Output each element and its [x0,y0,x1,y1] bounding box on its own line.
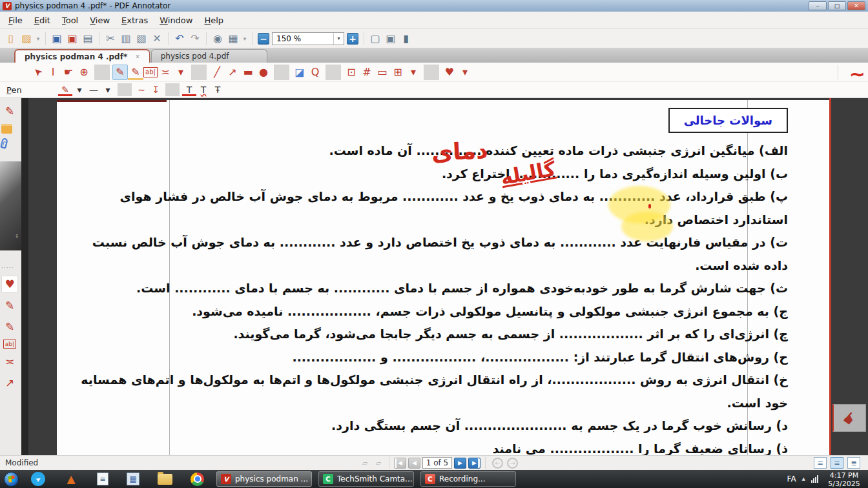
sidebar-favorites-icon[interactable]: ♥ [1,276,18,292]
fullscreen-icon[interactable]: ▮ [399,32,413,46]
eraser-tool-icon[interactable]: ◪ [292,65,307,80]
sidebar-highlighter-icon[interactable]: ✎ [1,318,18,335]
open-file-icon[interactable]: ▨ [19,32,34,46]
measure-tool-icon[interactable]: ▭ [375,65,390,80]
menu-edit[interactable]: Edit [28,13,56,28]
menu-extras[interactable]: Extras [116,13,154,28]
pen-tool-icon[interactable]: ✎ [112,65,128,80]
last-page-button[interactable]: ▶ [468,458,480,469]
text-strike-icon[interactable]: Ŧ [211,83,225,96]
taskbar-telegram-icon[interactable] [31,472,45,486]
task-camtasia[interactable]: C TechSmith Camta... [318,471,414,487]
menu-view[interactable]: View [84,13,116,28]
zoom-dropdown-icon[interactable]: ▾ [333,33,344,45]
taskbar-settings-icon[interactable] [127,473,140,485]
pen-color-dropdown-icon[interactable]: ▾ [72,83,87,96]
insert-image-icon[interactable]: ⊞ [390,65,406,80]
sidebar-arrow-icon[interactable]: ↗ [1,374,18,391]
layout-facing-icon[interactable]: ≣ [847,457,860,469]
favorites-heart-icon[interactable]: ♥ [442,65,457,80]
grid-snap-dropdown-icon[interactable]: ▾ [242,32,248,46]
line-tool-icon[interactable]: ╱ [209,65,225,80]
sidebar-pen-icon[interactable]: ✎ [1,103,18,119]
red-ink-answer-1[interactable]: دمای [431,137,488,167]
first-page-button[interactable]: ◀ [394,458,406,469]
save-as-icon[interactable]: ▣ [65,32,79,46]
close-button[interactable]: ✕ [847,1,865,10]
forward-view-button[interactable]: → [507,458,518,469]
crop-tool-icon[interactable]: # [359,65,375,80]
maximize-button[interactable]: □ [828,1,846,10]
zoom-in-button[interactable]: + [347,33,358,45]
fit-page-view-icon[interactable]: ▣ [384,32,398,46]
save-icon[interactable]: ▣ [50,32,64,46]
menu-help[interactable]: Help [198,13,229,28]
open-dropdown-icon[interactable]: ▾ [35,32,41,46]
favorites-dropdown-icon[interactable]: ▾ [457,65,473,80]
arrow-tool-icon[interactable]: ↗ [225,65,240,80]
minimize-button[interactable]: – [809,1,827,10]
grid-snap-icon[interactable]: ▦ [226,32,240,46]
taskbar-chrome-icon[interactable] [191,473,204,486]
back-view-button[interactable]: ← [492,458,503,469]
menu-file[interactable]: File [3,13,28,28]
taskbar-clock[interactable]: 4:17 PM 5/3/2025 [824,470,864,488]
zoom-level-combo[interactable]: 150 % ▾ [272,32,344,45]
layout-single-page-icon[interactable]: ≡ [814,457,827,469]
find-icon[interactable]: ◉ [211,32,225,46]
tab-physics-pod-4[interactable]: physics pod 4.pdf [151,49,267,63]
stamp-tool-icon[interactable]: ≍ [158,65,173,80]
redo-icon[interactable]: ↷ [188,32,202,46]
next-annotation-icon[interactable]: ▱ [373,458,384,469]
text-box-tool-icon[interactable]: ab| [143,67,158,77]
task-pdf-annotator[interactable]: V physics podman ... [216,471,312,487]
zoom-tool-icon[interactable]: ⊕ [76,65,92,80]
text-underline-icon[interactable]: T [182,83,196,96]
task-recording[interactable]: C Recording... [420,471,516,487]
insert-image-dropdown-icon[interactable]: ▾ [406,65,421,80]
print-icon[interactable]: ▤ [81,32,95,46]
copy-icon[interactable]: ▥ [119,32,133,46]
pressure-icon[interactable]: ↧ [149,83,163,96]
cut-icon[interactable]: ✂ [103,32,118,46]
menu-tool[interactable]: Tool [56,13,84,28]
delete-icon[interactable]: ✕ [150,32,164,46]
red-ink-mark[interactable] [648,204,651,208]
next-page-button[interactable]: ▶ [454,458,466,469]
smooth-curve-icon[interactable]: ∼ [134,83,149,96]
single-page-view-icon[interactable]: ▢ [368,32,382,46]
lasso-tool-icon[interactable]: Q [307,65,323,80]
language-indicator[interactable]: FA [787,474,796,483]
tab-close-icon[interactable]: ✕ [127,54,140,60]
ellipse-tool-icon[interactable]: ● [256,65,271,80]
sidebar-attachment-icon[interactable] [0,137,8,149]
snapshot-tool-icon[interactable]: ⊡ [344,65,359,80]
taskbar-explorer-icon[interactable] [158,474,172,485]
layout-continuous-icon[interactable]: ≡ [831,457,843,469]
sidebar-note-icon[interactable] [1,124,12,134]
sidebar-textbox-icon[interactable]: ab| [3,340,16,349]
menu-window[interactable]: Window [154,13,198,28]
text-squiggle-icon[interactable]: T [196,83,211,96]
network-icon[interactable] [811,475,818,483]
start-button[interactable] [4,472,19,487]
paste-icon[interactable]: ▧ [134,32,149,46]
line-width-icon[interactable]: — [87,83,101,96]
tray-expand-icon[interactable]: ▲ [802,476,805,482]
new-document-icon[interactable]: ▯ [4,32,18,46]
previous-page-button[interactable]: ◀ [408,458,420,469]
sidebar-stamp-icon[interactable]: ≍ [1,353,18,370]
sidebar-pen-tool-icon[interactable]: ✎ [1,297,18,314]
pan-widget[interactable]: ☛ [832,404,866,432]
highlighter-tool-icon[interactable]: ✎ [128,65,143,80]
zoom-out-button[interactable]: − [258,33,269,45]
taskbar-matlab-icon[interactable] [63,472,79,486]
pen-color-icon[interactable]: ✎ [58,83,72,96]
rectangle-tool-icon[interactable]: ▬ [240,65,256,80]
tab-physics-podman-4[interactable]: physics podman 4 .pdf* ✕ [14,49,150,63]
pan-hand-tool-icon[interactable]: ☛ [61,65,76,80]
yellow-highlight-annotation[interactable] [621,212,673,241]
taskbar-editor-icon[interactable] [97,473,108,485]
prev-annotation-icon[interactable]: ▱ [359,458,371,469]
undo-icon[interactable]: ↶ [172,32,187,46]
